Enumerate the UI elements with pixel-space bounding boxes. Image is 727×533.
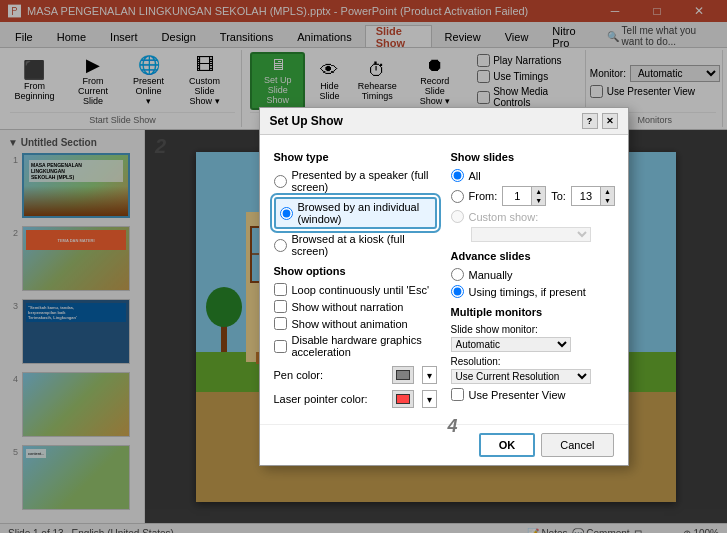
from-up[interactable]: ▲	[531, 187, 545, 196]
radio-kiosk[interactable]: Browsed at a kiosk (full screen)	[274, 233, 437, 257]
advance-slides-group: Manually Using timings, if present	[451, 268, 615, 298]
ok-button[interactable]: OK	[479, 433, 536, 457]
modal-body: Show type Presented by a speaker (full s…	[260, 135, 628, 424]
show-options-group: Loop continuously until 'Esc' Show witho…	[274, 283, 437, 358]
laser-color-swatch	[396, 394, 410, 404]
show-type-group: Presented by a speaker (full screen) Bro…	[274, 169, 437, 257]
badge-4: 4	[447, 416, 457, 437]
to-up[interactable]: ▲	[600, 187, 614, 196]
all-slides-radio[interactable]: All	[451, 169, 615, 182]
from-input[interactable]	[503, 187, 531, 205]
using-timings-radio[interactable]: Using timings, if present	[451, 285, 615, 298]
presenter-view-check-row[interactable]: Use Presenter View	[451, 388, 615, 401]
show-slides-label: Show slides	[451, 151, 615, 163]
laser-color-label: Laser pointer color:	[274, 393, 384, 405]
pen-color-dropdown[interactable]: ▾	[422, 366, 437, 384]
resolution-select[interactable]: Use Current Resolution	[451, 369, 591, 384]
pen-color-row: Pen color: ▾	[274, 366, 437, 384]
resolution-label: Resolution:	[451, 356, 615, 367]
to-input[interactable]	[572, 187, 600, 205]
no-narration-check[interactable]: Show without narration	[274, 300, 437, 313]
from-spinner[interactable]: ▲ ▼	[502, 186, 546, 206]
setup-show-dialog: Set Up Show ? ✕ Show type Presented by a…	[259, 107, 629, 466]
laser-color-btn[interactable]	[392, 390, 414, 408]
modal-help-btn[interactable]: ?	[582, 113, 598, 129]
laser-color-row: Laser pointer color: ▾	[274, 390, 437, 408]
show-slides-group: All From: ▲ ▼	[451, 169, 615, 242]
from-to-radio[interactable]: From: ▲ ▼ To:	[451, 186, 615, 206]
show-type-label: Show type	[274, 151, 437, 163]
modal-close-btn[interactable]: ✕	[602, 113, 618, 129]
custom-show-select[interactable]	[471, 227, 591, 242]
slide-show-monitor-label: Slide show monitor:	[451, 324, 615, 335]
to-down[interactable]: ▼	[600, 196, 614, 205]
pen-color-btn[interactable]	[392, 366, 414, 384]
cancel-button[interactable]: Cancel	[541, 433, 613, 457]
radio-speaker-label: Presented by a speaker (full screen)	[292, 169, 437, 193]
slide-show-monitor-select[interactable]: Automatic	[451, 337, 571, 352]
radio-kiosk-label: Browsed at a kiosk (full screen)	[292, 233, 437, 257]
pen-color-swatch	[396, 370, 410, 380]
from-down[interactable]: ▼	[531, 196, 545, 205]
radio-individual-label: Browsed by an individual (window)	[298, 201, 431, 225]
custom-show-radio[interactable]: Custom show:	[451, 210, 615, 223]
radio-speaker[interactable]: Presented by a speaker (full screen)	[274, 169, 437, 193]
modal-footer: 4 OK Cancel	[260, 424, 628, 465]
advance-slides-label: Advance slides	[451, 250, 615, 262]
laser-color-dropdown[interactable]: ▾	[422, 390, 437, 408]
disable-hw-check[interactable]: Disable hardware graphics acceleration	[274, 334, 437, 358]
show-options-label: Show options	[274, 265, 437, 277]
pen-color-label: Pen color:	[274, 369, 384, 381]
manually-radio[interactable]: Manually	[451, 268, 615, 281]
no-animation-check[interactable]: Show without animation	[274, 317, 437, 330]
loop-check[interactable]: Loop continuously until 'Esc'	[274, 283, 437, 296]
radio-individual[interactable]: Browsed by an individual (window)	[274, 197, 437, 229]
multiple-monitors-label: Multiple monitors	[451, 306, 615, 318]
modal-titlebar: Set Up Show ? ✕	[260, 108, 628, 135]
to-spinner[interactable]: ▲ ▼	[571, 186, 615, 206]
modal-overlay: Set Up Show ? ✕ Show type Presented by a…	[0, 0, 727, 533]
modal-title: Set Up Show	[270, 114, 343, 128]
